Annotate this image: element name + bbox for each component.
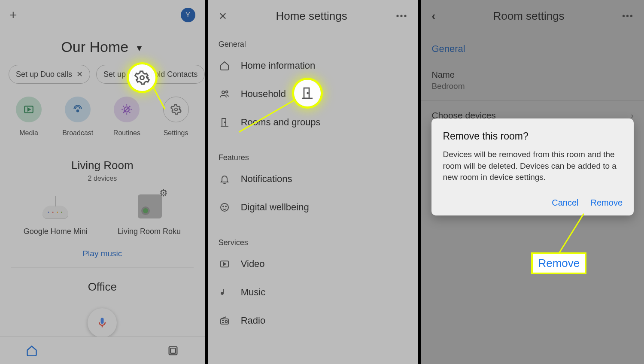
gear-icon: ⚙ xyxy=(159,188,168,199)
screen-home: + Y Our Home ▼ Set up Duo calls ✕ Set up… xyxy=(0,0,205,364)
avatar[interactable]: Y xyxy=(181,8,195,22)
section-general: General xyxy=(421,32,644,59)
media-icon xyxy=(16,97,42,122)
svg-point-4 xyxy=(174,108,177,111)
row-digital-wellbeing[interactable]: Digital wellbeing xyxy=(208,193,418,221)
close-button[interactable]: ✕ xyxy=(219,10,227,22)
name-value[interactable]: Bedroom xyxy=(421,80,644,100)
section-heading: General xyxy=(208,32,418,52)
home-mini-icon xyxy=(43,206,68,218)
broadcast-icon xyxy=(65,97,91,122)
svg-point-19 xyxy=(307,93,308,94)
divider xyxy=(219,141,408,141)
row-video[interactable]: Video xyxy=(208,250,418,278)
svg-point-12 xyxy=(221,203,228,211)
dialog-title: Remove this room? xyxy=(443,130,623,142)
music-icon xyxy=(219,287,231,297)
device-living-room-roku[interactable]: ⚙ Living Room Roku xyxy=(106,191,192,236)
svg-point-13 xyxy=(223,206,224,207)
room-living-room: Living Room xyxy=(0,159,205,172)
section-heading: Services xyxy=(208,231,418,250)
screen-room-settings: ‹ Room settings ••• General Name Bedroom… xyxy=(421,0,644,364)
room-office: Office xyxy=(0,280,205,294)
people-icon xyxy=(219,89,231,99)
dialog-body: Devices will be removed from this room a… xyxy=(443,149,623,183)
quick-routines[interactable]: Routines xyxy=(103,97,150,137)
add-button[interactable]: + xyxy=(9,8,17,22)
routines-icon xyxy=(114,97,140,122)
page-title: Home settings xyxy=(227,9,396,23)
nav-feed[interactable] xyxy=(167,345,179,357)
callout-remove: Remove xyxy=(531,252,586,274)
quick-settings[interactable]: Settings xyxy=(152,97,200,137)
svg-point-9 xyxy=(225,91,228,93)
divider xyxy=(219,226,408,226)
room-device-count: 2 devices xyxy=(0,175,205,182)
svg-point-14 xyxy=(225,206,226,207)
device-google-home-mini[interactable]: Google Home Mini xyxy=(12,191,98,236)
name-label: Name xyxy=(421,59,644,80)
svg-point-11 xyxy=(224,122,225,123)
dialog-remove-room: Remove this room? Devices will be remove… xyxy=(431,118,634,215)
row-notifications[interactable]: Notifications xyxy=(208,165,418,193)
quick-broadcast[interactable]: Broadcast xyxy=(54,97,101,137)
home-icon xyxy=(219,61,231,71)
divider xyxy=(11,150,194,150)
home-dropdown[interactable]: Our Home ▼ xyxy=(0,39,205,55)
cancel-button[interactable]: Cancel xyxy=(552,198,578,208)
svg-point-7 xyxy=(140,76,144,80)
roku-icon xyxy=(138,194,162,218)
row-music[interactable]: Music xyxy=(208,278,418,306)
mic-fab[interactable] xyxy=(88,308,117,337)
door-icon xyxy=(219,117,231,127)
screen-home-settings: ✕ Home settings ••• General Home informa… xyxy=(208,0,418,364)
callout-settings-icon xyxy=(129,64,155,91)
radio-icon xyxy=(219,315,231,326)
overflow-menu[interactable]: ••• xyxy=(622,11,634,21)
section-heading: Features xyxy=(208,146,418,165)
bottom-nav xyxy=(0,337,205,364)
divider xyxy=(11,267,194,267)
close-icon[interactable]: ✕ xyxy=(76,70,83,79)
play-music-link[interactable]: Play music xyxy=(0,249,205,258)
callout-rooms-icon xyxy=(294,80,321,106)
gear-icon xyxy=(163,97,189,122)
svg-point-8 xyxy=(222,91,225,94)
overflow-menu[interactable]: ••• xyxy=(396,11,407,21)
bell-icon xyxy=(219,174,231,184)
home-name: Our Home xyxy=(61,39,128,55)
wellbeing-icon xyxy=(219,202,231,212)
svg-point-1 xyxy=(77,110,79,112)
row-home-information[interactable]: Home information xyxy=(208,52,418,80)
row-radio[interactable]: Radio xyxy=(208,306,418,335)
back-button[interactable]: ‹ xyxy=(431,9,435,23)
chevron-down-icon: ▼ xyxy=(135,43,144,53)
svg-rect-6 xyxy=(170,348,176,353)
chip-duo-calls[interactable]: Set up Duo calls ✕ xyxy=(9,65,90,84)
page-title: Room settings xyxy=(435,9,622,23)
remove-button[interactable]: Remove xyxy=(591,198,623,208)
quick-media[interactable]: Media xyxy=(5,97,52,137)
svg-point-17 xyxy=(225,321,227,323)
nav-home[interactable] xyxy=(26,345,38,357)
video-icon xyxy=(219,259,231,269)
